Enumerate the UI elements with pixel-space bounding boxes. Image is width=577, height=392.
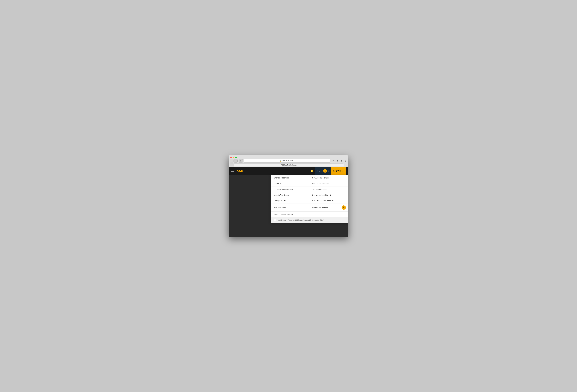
menu-item-update-contact-details[interactable]: Update Contact Details xyxy=(271,187,310,192)
share-button[interactable]: ⬆ xyxy=(340,159,343,163)
menu-item-set-netcode-fee-account[interactable]: Set Netcode Fee Account xyxy=(310,198,348,204)
last-login-text: Last logged in Today at 10:22a.m., Monda… xyxy=(278,219,324,221)
menu-item-hide-show-accounts[interactable]: Hide or Show Accounts xyxy=(271,212,310,217)
tab-facebook[interactable]: f xyxy=(230,163,234,166)
hamburger-menu-button[interactable] xyxy=(231,169,234,172)
address-bar[interactable]: 🔒 ASB Bank Limited xyxy=(244,159,330,163)
minimize-button[interactable] xyxy=(233,157,234,158)
clock-icon: 🕐 xyxy=(274,219,276,221)
asb-logo: ' ASB xyxy=(236,169,243,173)
download-button[interactable]: ⬇ xyxy=(336,159,339,163)
menu-item-set-netcode-limit[interactable]: Set Netcode Limit xyxy=(310,187,348,192)
hamburger-line-3 xyxy=(231,171,234,172)
nav-buttons: ‹ › xyxy=(230,159,238,163)
menu-item-empty xyxy=(310,212,348,217)
browser-toolbar: ‹ › ⊡ 🔒 ASB Bank Limited ↻ ⬇ ⬆ ⊞ xyxy=(230,159,347,163)
new-tab-add-button[interactable]: + xyxy=(344,163,347,167)
hamburger-line-1 xyxy=(231,170,234,170)
address-text: ASB Bank Limited xyxy=(282,160,294,162)
browser-window: ‹ › ⊡ 🔒 ASB Bank Limited ↻ ⬇ ⬆ ⊞ f ASB F… xyxy=(229,155,348,237)
traffic-lights xyxy=(230,157,347,158)
asb-header: ' ASB 🔔 Isabel 1 ▾ Log Out 🔒 xyxy=(229,167,348,175)
logout-button[interactable]: Log Out 🔒 xyxy=(331,167,346,175)
tab-main[interactable]: ASB FastNet: Balances xyxy=(234,163,344,166)
menu-item-card-pin[interactable]: Card PIN xyxy=(271,181,310,187)
close-button[interactable] xyxy=(230,157,232,158)
menu-item-set-account-names[interactable]: Set Account Names xyxy=(310,175,348,181)
menu-item-manage-alerts[interactable]: Manage Alerts xyxy=(271,198,310,204)
logout-lock-icon: 🔒 xyxy=(342,170,344,172)
reload-button[interactable]: ↻ xyxy=(331,159,335,163)
chevron-down-icon: ▾ xyxy=(328,170,329,172)
back-button[interactable]: ‹ xyxy=(230,159,234,163)
sidebar-toggle-button[interactable]: ⊡ xyxy=(239,159,243,163)
notifications-button[interactable]: 🔔 xyxy=(308,167,315,175)
menu-item-update-tax-details[interactable]: Update Tax Details xyxy=(271,192,310,198)
user-dropdown[interactable]: Isabel 1 ▾ xyxy=(315,167,331,175)
tab-title: ASB FastNet: Balances xyxy=(281,164,296,166)
tab-bar: f ASB FastNet: Balances + xyxy=(230,163,347,167)
user-badge-1: 1 xyxy=(323,169,327,173)
header-right: 🔔 Isabel 1 ▾ Log Out 🔒 xyxy=(308,167,346,175)
forward-button[interactable]: › xyxy=(234,159,238,163)
fullscreen-button[interactable] xyxy=(235,157,237,158)
browser-chrome: ‹ › ⊡ 🔒 ASB Bank Limited ↻ ⬇ ⬆ ⊞ f ASB F… xyxy=(229,155,348,167)
hamburger-line-2 xyxy=(231,171,234,171)
user-name: Isabel xyxy=(317,170,322,172)
browser-actions: ⬇ ⬆ ⊞ xyxy=(336,159,347,163)
menu-item-accounting-setup[interactable]: Accounting Set Up 2 xyxy=(310,204,348,212)
app-content: ' ASB 🔔 Isabel 1 ▾ Log Out 🔒 xyxy=(229,167,348,237)
menu-item-atm-favourite[interactable]: ATM Favourite xyxy=(271,204,310,212)
logout-label: Log Out xyxy=(333,170,341,172)
menu-item-set-default-account[interactable]: Set Default Account xyxy=(310,181,348,187)
user-dropdown-menu: Change Password Set Account Names Card P… xyxy=(271,175,348,223)
menu-grid: Change Password Set Account Names Card P… xyxy=(271,175,348,217)
new-tab-button[interactable]: ⊞ xyxy=(344,159,347,163)
asb-logo-text: ASB xyxy=(236,169,243,173)
lock-icon: 🔒 xyxy=(280,160,282,162)
menu-item-set-netcode-at-sign-on[interactable]: Set Netcode at Sign On xyxy=(310,192,348,198)
menu-item-change-password[interactable]: Change Password xyxy=(271,175,310,181)
menu-footer: 🕐 Last logged in Today at 10:22a.m., Mon… xyxy=(271,217,348,223)
menu-badge-2: 2 xyxy=(342,205,346,210)
